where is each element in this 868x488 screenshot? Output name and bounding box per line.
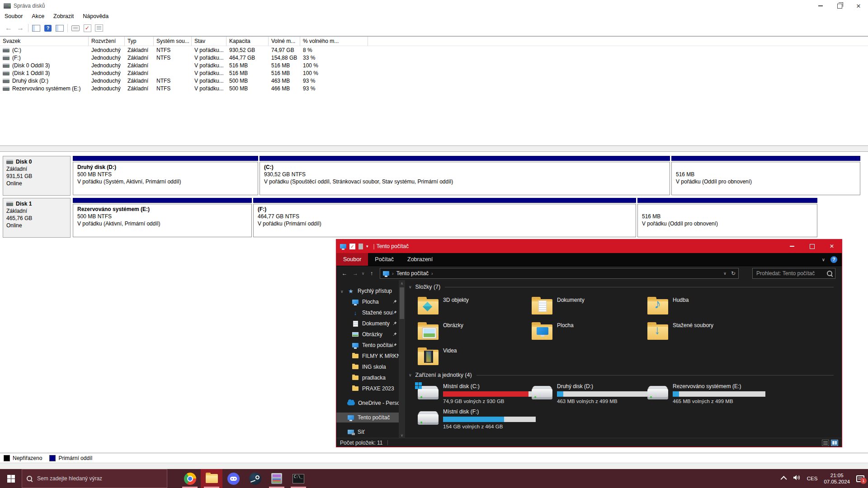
properties-button[interactable] bbox=[70, 22, 81, 34]
taskbar-search[interactable] bbox=[22, 469, 167, 488]
menu-akce[interactable]: Akce bbox=[27, 13, 49, 20]
tab-zobrazeni[interactable]: Zobrazení bbox=[401, 253, 439, 266]
column-rozvrzeni[interactable]: Rozvržení bbox=[89, 37, 125, 46]
notification-center-icon[interactable]: 1 bbox=[856, 475, 864, 482]
section-collapse-icon[interactable]: ∨ bbox=[409, 373, 412, 377]
menu-napoveda[interactable]: Nápověda bbox=[78, 13, 113, 20]
sidebar-item-stazene-soubory[interactable]: ↓ Stažené soub bbox=[336, 308, 399, 318]
scroll-down-icon[interactable]: ∨ bbox=[399, 432, 405, 438]
sidebar-item-plocha[interactable]: Plocha bbox=[336, 297, 399, 307]
nav-history-caret[interactable]: ∨ bbox=[360, 266, 366, 281]
disk-0-label[interactable]: Disk 0 Základní 931,51 GB Online bbox=[3, 156, 71, 196]
section-folders[interactable]: ∨ Složky (7) bbox=[409, 283, 834, 291]
nav-forward-button[interactable]: → bbox=[351, 266, 360, 281]
sidebar-item-dokumenty[interactable]: Dokumenty bbox=[336, 319, 399, 328]
language-indicator[interactable]: CES bbox=[807, 476, 818, 481]
close-button[interactable]: ✕ bbox=[849, 0, 868, 12]
explorer-maximize-button[interactable] bbox=[802, 239, 822, 253]
pane-splitter[interactable] bbox=[0, 145, 868, 152]
ribbon-expand-icon[interactable]: ∨ bbox=[822, 257, 825, 262]
search-input[interactable] bbox=[755, 270, 827, 277]
sidebar-item-quick-access[interactable]: ★ Rychlý přístup bbox=[336, 286, 399, 296]
folder-tile-stazene-soubory[interactable]: ↓ Stažené soubory bbox=[647, 321, 756, 344]
column-volne-misto[interactable]: Volné m... bbox=[269, 37, 300, 46]
sidebar-scrollbar[interactable]: ∧ ∨ bbox=[399, 280, 405, 438]
drive-tile-d[interactable]: Druhý disk (D:) 463 MB volných z 499 MB bbox=[532, 383, 658, 406]
qat-caret-icon[interactable]: ▾ bbox=[366, 244, 368, 249]
partition-d[interactable]: Druhý disk (D:) 500 MB NTFS V pořádku (S… bbox=[73, 156, 258, 196]
explorer-help-icon[interactable]: ? bbox=[830, 256, 837, 263]
scroll-up-icon[interactable]: ∧ bbox=[399, 280, 405, 286]
volume-row-disk0-oddil3[interactable]: (Disk 0 Oddíl 3) Jednoduchý Základní V p… bbox=[0, 61, 868, 69]
menu-soubor[interactable]: Soubor bbox=[0, 13, 27, 20]
check-button[interactable]: ✓ bbox=[81, 22, 93, 34]
folder-tile-hudba[interactable]: ♪ Hudba bbox=[647, 296, 756, 319]
tab-pocitac[interactable]: Počítač bbox=[368, 253, 401, 266]
column-kapacita[interactable]: Kapacita bbox=[226, 37, 269, 46]
taskbar-discord-button[interactable] bbox=[222, 469, 244, 488]
help-button[interactable]: ? bbox=[42, 22, 54, 34]
console-tree-button[interactable] bbox=[30, 22, 42, 34]
list-view-button[interactable] bbox=[93, 22, 105, 34]
drive-tile-e[interactable]: Rezervováno systémem (E:) 465 MB volných… bbox=[647, 383, 774, 406]
folder-tile-obrazky[interactable]: Obrázky bbox=[418, 321, 526, 344]
show-hide-button[interactable] bbox=[54, 22, 66, 34]
explorer-close-button[interactable]: ✕ bbox=[822, 239, 842, 253]
column-stav[interactable]: Stav bbox=[192, 37, 226, 46]
partition-c[interactable]: (C:) 930,52 GB NTFS V pořádku (Spouštěcí… bbox=[259, 156, 670, 196]
search-box[interactable] bbox=[752, 268, 835, 279]
sidebar-item-pradlacka[interactable]: pradlacka bbox=[336, 373, 399, 383]
scrollbar-thumb[interactable] bbox=[400, 287, 404, 319]
restore-button[interactable] bbox=[830, 0, 849, 12]
taskbar-steam-button[interactable] bbox=[244, 469, 266, 488]
tray-expand-icon[interactable] bbox=[780, 476, 787, 482]
nav-back-button[interactable]: ← bbox=[340, 266, 349, 281]
section-drives[interactable]: ∨ Zařízení a jednotky (4) bbox=[409, 371, 834, 379]
sidebar-item-obrazky[interactable]: Obrázky bbox=[336, 329, 399, 339]
menu-zobrazit[interactable]: Zobrazit bbox=[49, 13, 78, 20]
sidebar-item-tento-pocitac[interactable]: Tento počítač bbox=[336, 413, 399, 422]
volume-row-c[interactable]: (C:) Jednoduchý Základní NTFS V pořádku.… bbox=[0, 46, 868, 54]
new-folder-icon[interactable] bbox=[359, 244, 363, 249]
sidebar-item-praxe-2023[interactable]: PRAXE 2023 bbox=[336, 384, 399, 394]
speaker-icon[interactable] bbox=[793, 474, 801, 483]
drive-tile-c[interactable]: Místní disk (C:) 74,9 GB volných z 930 G… bbox=[418, 383, 544, 406]
start-button[interactable] bbox=[0, 469, 22, 488]
taskbar-explorer-button[interactable] bbox=[201, 469, 222, 488]
properties-icon[interactable]: ✓ bbox=[349, 244, 355, 249]
partition-e[interactable]: Rezervováno systémem (E:) 500 MB NTFS V … bbox=[73, 198, 252, 238]
details-view-button[interactable] bbox=[822, 440, 829, 446]
taskbar-winrar-button[interactable] bbox=[266, 469, 288, 488]
volume-row-d[interactable]: Druhý disk (D:) Jednoduchý Základní NTFS… bbox=[0, 77, 868, 84]
volume-row-f[interactable]: (F:) Jednoduchý Základní NTFS V pořádku.… bbox=[0, 54, 868, 61]
folder-tile-videa[interactable]: Videa bbox=[418, 346, 526, 370]
breadcrumb[interactable]: Tento počítač bbox=[396, 270, 429, 277]
sidebar-item-tento-pocitac-pinned[interactable]: Tento počítač bbox=[336, 340, 399, 350]
clock[interactable]: 21:05 07.05.2024 bbox=[824, 472, 850, 485]
back-button[interactable]: ← bbox=[3, 22, 14, 34]
address-bar[interactable]: › Tento počítač › ∨ ↻ bbox=[380, 268, 739, 279]
sidebar-item-filmy-k-mrknu[interactable]: FILMY K MRKNU bbox=[336, 351, 399, 361]
disk-1-label[interactable]: Disk 1 Základní 465,76 GB Online bbox=[3, 198, 71, 238]
column-svazek[interactable]: Svazek bbox=[0, 37, 89, 46]
nav-up-button[interactable]: ↑ bbox=[367, 266, 376, 281]
column-procento-volneho[interactable]: % volného m... bbox=[300, 37, 368, 46]
sidebar-item-sit[interactable]: Síť bbox=[336, 427, 399, 437]
refresh-icon[interactable]: ↻ bbox=[731, 270, 736, 277]
taskbar-search-input[interactable] bbox=[36, 475, 162, 482]
minimize-button[interactable] bbox=[811, 0, 830, 12]
column-system-souboru[interactable]: Systém sou... bbox=[154, 37, 192, 46]
explorer-minimize-button[interactable] bbox=[782, 239, 802, 253]
section-collapse-icon[interactable]: ∨ bbox=[409, 285, 412, 289]
sidebar-item-onedrive[interactable]: OneDrive - Person bbox=[336, 398, 399, 408]
forward-button[interactable]: → bbox=[14, 22, 26, 34]
volume-row-disk1-oddil3[interactable]: (Disk 1 Oddíl 3) Jednoduchý Základní V p… bbox=[0, 69, 868, 77]
taskbar-cmd-button[interactable]: C:\_ bbox=[288, 469, 309, 488]
address-dropdown-icon[interactable]: ∨ bbox=[723, 271, 726, 276]
volume-row-e[interactable]: Rezervováno systémem (E:) Jednoduchý Zák… bbox=[0, 84, 868, 92]
thumbnail-view-button[interactable] bbox=[831, 440, 838, 446]
partition-f[interactable]: (F:) 464,77 GB NTFS V pořádku (Primární … bbox=[253, 198, 636, 238]
column-typ[interactable]: Typ bbox=[125, 37, 154, 46]
folder-tile-plocha[interactable]: Plocha bbox=[532, 321, 640, 344]
partition-disk1-recovery[interactable]: 516 MB V pořádku (Oddíl pro obnovení) bbox=[637, 198, 817, 238]
